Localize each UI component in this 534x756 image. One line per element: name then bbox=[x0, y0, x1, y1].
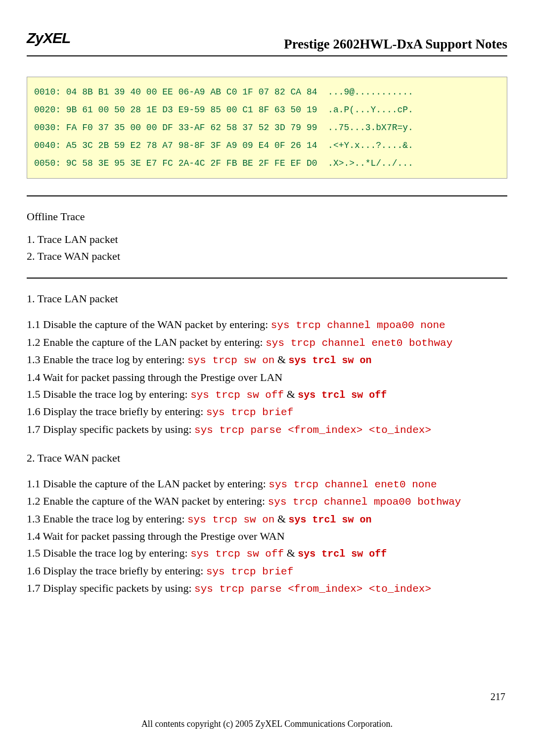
section-divider bbox=[27, 278, 507, 279]
hex-line: 0050: 9C 58 3E 95 3E E7 FC 2A-4C 2F FB B… bbox=[34, 158, 413, 168]
command-text: sys trcp channel mpoa00 bothway bbox=[268, 496, 461, 508]
page-number: 217 bbox=[490, 691, 505, 703]
step-text: 1.2 Enable the capture of the WAN packet… bbox=[27, 495, 268, 507]
step-text: & bbox=[274, 353, 288, 366]
command-text: sys trcp parse <from_index> <to_index> bbox=[194, 583, 431, 595]
hex-dump-box: 0010: 04 8B B1 39 40 00 EE 06-A9 AB C0 1… bbox=[27, 77, 507, 179]
command-text: sys trcp channel mpoa00 none bbox=[271, 320, 445, 331]
step-line: 1.6 Display the trace briefly by enterin… bbox=[27, 403, 507, 421]
command-text-bold: sys trcl sw on bbox=[289, 355, 372, 366]
command-text: sys trcp parse <from_index> <to_index> bbox=[194, 425, 431, 436]
command-text: sys trcp brief bbox=[206, 566, 293, 577]
step-text: 1.5 Disable the trace log by entering: bbox=[27, 547, 190, 559]
command-text: sys trcp channel enet0 bothway bbox=[266, 337, 452, 349]
step-text: 1.5 Disable the trace log by entering: bbox=[27, 388, 190, 400]
step-line: 1.4 Wait for packet passing through the … bbox=[27, 528, 507, 545]
hex-line: 0030: FA F0 37 35 00 00 DF 33-AF 62 58 3… bbox=[34, 123, 413, 133]
header-divider bbox=[27, 55, 507, 56]
command-text: sys trcp channel enet0 none bbox=[268, 479, 437, 490]
section-heading: Offline Trace bbox=[27, 210, 507, 223]
step-line: 1.2 Enable the capture of the WAN packet… bbox=[27, 493, 507, 511]
step-line: 1.3 Enable the trace log by entering: sy… bbox=[27, 351, 507, 369]
hex-line: 0040: A5 3C 2B 59 E2 78 A7 98-8F 3F A9 0… bbox=[34, 141, 413, 150]
step-text: 1.6 Display the trace briefly by enterin… bbox=[27, 405, 206, 418]
section-heading: 1. Trace LAN packet bbox=[27, 292, 507, 305]
step-line: 1.1 Disable the capture of the LAN packe… bbox=[27, 475, 507, 493]
step-line: 1.4 Wait for packet passing through the … bbox=[27, 369, 507, 386]
main-content: 0010: 04 8B B1 39 40 00 EE 06-A9 AB C0 1… bbox=[27, 77, 507, 611]
step-text: 1.2 Enable the capture of the LAN packet… bbox=[27, 336, 266, 348]
hex-line: 0010: 04 8B B1 39 40 00 EE 06-A9 AB C0 1… bbox=[34, 87, 413, 97]
step-line: 1.5 Disable the trace log by entering: s… bbox=[27, 386, 507, 404]
section-heading: 2. Trace WAN packet bbox=[27, 452, 507, 465]
step-line: 1.3 Enable the trace log by entering: sy… bbox=[27, 511, 507, 528]
command-text: sys trcp sw off bbox=[190, 389, 284, 401]
list-item: 2. Trace WAN packet bbox=[27, 248, 507, 265]
command-text: sys trcp sw on bbox=[187, 355, 274, 366]
step-text: & bbox=[284, 388, 298, 400]
step-line: 1.1 Disable the capture of the WAN packe… bbox=[27, 316, 507, 334]
step-line: 1.2 Enable the capture of the LAN packet… bbox=[27, 334, 507, 352]
hex-line: 0020: 9B 61 00 50 28 1E D3 E9-59 85 00 C… bbox=[34, 105, 413, 115]
command-text: sys trcp sw off bbox=[190, 548, 284, 560]
step-text: & bbox=[284, 547, 298, 559]
footer-copyright: All contents copyright (c) 2005 ZyXEL Co… bbox=[0, 719, 534, 729]
step-text: 1.3 Enable the trace log by entering: bbox=[27, 353, 187, 366]
step-line: 1.7 Display specific packets by using: s… bbox=[27, 580, 507, 598]
step-line: 1.7 Display specific packets by using: s… bbox=[27, 421, 507, 439]
page-title: Prestige 2602HWL-DxA Support Notes bbox=[284, 37, 507, 52]
step-line: 1.5 Disable the trace log by entering: s… bbox=[27, 545, 507, 563]
command-text: sys trcp brief bbox=[206, 407, 293, 418]
step-text: 1.3 Enable the trace log by entering: bbox=[27, 513, 187, 525]
step-text: 1.1 Disable the capture of the LAN packe… bbox=[27, 477, 268, 490]
step-text: 1.6 Display the trace briefly by enterin… bbox=[27, 565, 206, 577]
command-text-bold: sys trcl sw off bbox=[298, 389, 387, 401]
list-item: 1. Trace LAN packet bbox=[27, 231, 507, 248]
command-text-bold: sys trcl sw off bbox=[298, 548, 387, 560]
command-text: sys trcp sw on bbox=[187, 514, 274, 525]
step-text: 1.1 Disable the capture of the WAN packe… bbox=[27, 318, 271, 331]
lan-trace-section: 1. Trace LAN packet 1.1 Disable the capt… bbox=[27, 292, 507, 438]
wan-trace-section: 2. Trace WAN packet 1.1 Disable the capt… bbox=[27, 452, 507, 598]
section-divider bbox=[27, 195, 507, 196]
brand-logo: ZyXEL bbox=[27, 30, 70, 47]
command-text-bold: sys trcl sw on bbox=[289, 514, 372, 525]
step-line: 1.6 Display the trace briefly by enterin… bbox=[27, 563, 507, 580]
step-text: 1.7 Display specific packets by using: bbox=[27, 582, 194, 594]
step-text: & bbox=[274, 513, 288, 525]
step-text: 1.7 Display specific packets by using: bbox=[27, 423, 194, 435]
offline-trace-section: Offline Trace 1. Trace LAN packet 2. Tra… bbox=[27, 210, 507, 265]
